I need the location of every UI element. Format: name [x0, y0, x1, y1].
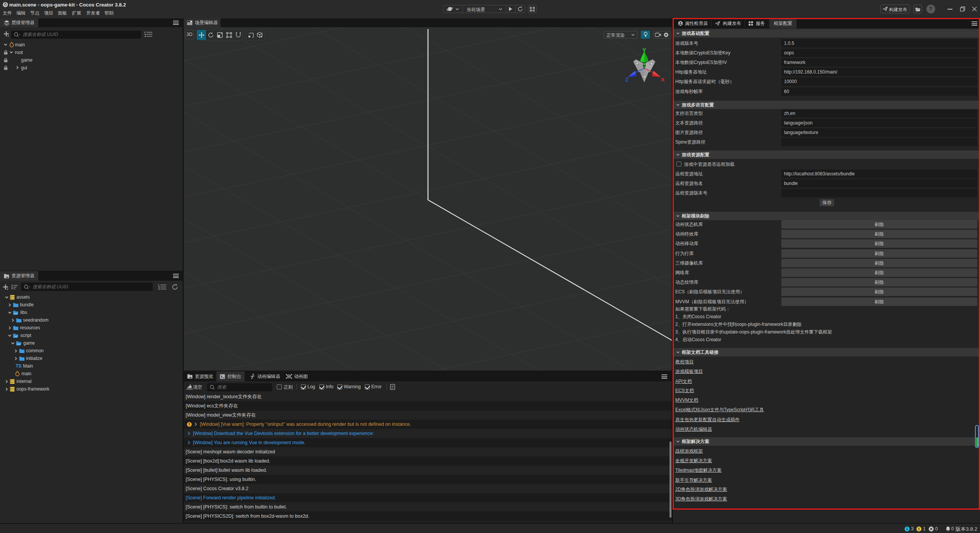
- svg-text:Z: Z: [625, 76, 629, 83]
- svg-text:X: X: [661, 76, 665, 83]
